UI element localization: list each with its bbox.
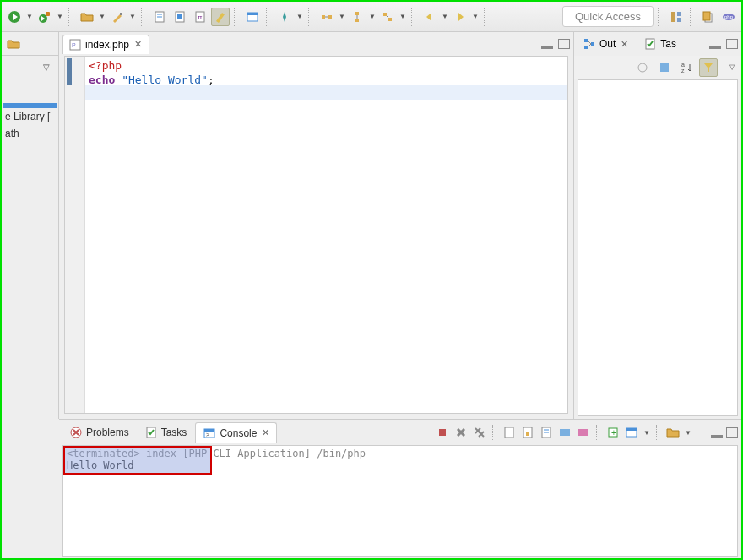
remove-all-button[interactable] bbox=[472, 425, 487, 440]
maximize-view-button[interactable] bbox=[726, 427, 738, 438]
clear-console-button[interactable] bbox=[502, 425, 517, 440]
pin-dropdown[interactable]: ▼ bbox=[296, 13, 304, 20]
pin-button[interactable] bbox=[275, 8, 294, 26]
maximize-view-button[interactable] bbox=[726, 39, 738, 49]
brush-button[interactable] bbox=[108, 8, 127, 26]
file-icon-3[interactable]: π bbox=[191, 8, 209, 26]
display-console-button[interactable] bbox=[624, 425, 639, 440]
svg-text:z: z bbox=[681, 68, 685, 73]
run-external-dropdown[interactable]: ▼ bbox=[56, 13, 64, 20]
editor-gutter bbox=[65, 57, 85, 413]
bottom-tabbar: Problems Tasks >_ Console ✕ + ▼ bbox=[59, 420, 741, 445]
close-tab-icon[interactable]: ✕ bbox=[262, 427, 269, 438]
svg-line-34 bbox=[588, 41, 591, 44]
folder-icon bbox=[7, 37, 20, 51]
struct-1-button[interactable] bbox=[317, 8, 336, 26]
struct-1-dropdown[interactable]: ▼ bbox=[338, 13, 346, 20]
highlight-toggle[interactable] bbox=[211, 8, 230, 26]
php-file-icon: P bbox=[68, 38, 82, 52]
scroll-lock-button[interactable] bbox=[520, 425, 535, 440]
terminate-button[interactable] bbox=[435, 425, 450, 440]
struct-3-button[interactable] bbox=[378, 8, 397, 26]
explorer-tabbar bbox=[2, 32, 58, 56]
remove-launch-button[interactable] bbox=[453, 425, 469, 440]
forward-dropdown[interactable]: ▼ bbox=[471, 13, 480, 20]
perspective-button-1[interactable] bbox=[667, 8, 686, 26]
svg-text:π: π bbox=[198, 14, 203, 21]
maximize-view-button[interactable] bbox=[558, 39, 570, 49]
outline-toolbar: az ▽ bbox=[574, 56, 741, 79]
run-button[interactable] bbox=[5, 8, 24, 26]
php-perspective-button[interactable]: php bbox=[719, 8, 738, 26]
run-dropdown[interactable]: ▼ bbox=[25, 13, 34, 20]
brush-dropdown[interactable]: ▼ bbox=[128, 13, 137, 20]
close-tab-icon[interactable]: ✕ bbox=[621, 39, 628, 50]
new-console-dropdown[interactable]: ▼ bbox=[684, 429, 692, 437]
word-wrap-button[interactable] bbox=[539, 425, 554, 440]
pin-console-button[interactable] bbox=[576, 425, 591, 440]
file-icon-1[interactable] bbox=[150, 8, 169, 26]
problems-icon bbox=[69, 426, 83, 439]
svg-line-35 bbox=[588, 44, 591, 47]
code-token: "Hello World" bbox=[122, 73, 208, 86]
problems-tab[interactable]: Problems bbox=[62, 422, 136, 443]
copy-button[interactable] bbox=[699, 8, 718, 26]
struct-2-dropdown[interactable]: ▼ bbox=[368, 13, 377, 20]
struct-3-dropdown[interactable]: ▼ bbox=[399, 13, 407, 20]
main-area: ▽ e Library [ ath P index.php ✕ <?php bbox=[2, 32, 741, 419]
forward-button[interactable] bbox=[451, 8, 469, 26]
console-body[interactable]: <terminated> index [PHP CLI Application]… bbox=[62, 445, 738, 557]
run-external-button[interactable] bbox=[35, 8, 54, 26]
outline-body[interactable] bbox=[578, 79, 738, 416]
tasks-tab-bottom[interactable]: Tasks bbox=[138, 422, 194, 443]
show-console-button[interactable] bbox=[557, 425, 572, 440]
svg-rect-66 bbox=[626, 428, 637, 431]
struct-2-button[interactable] bbox=[348, 8, 366, 26]
minimize-view-button[interactable] bbox=[709, 39, 721, 49]
outline-view-menu[interactable]: ▽ bbox=[728, 63, 736, 71]
open-console-button[interactable]: + bbox=[605, 425, 621, 440]
minimize-view-button[interactable] bbox=[711, 427, 723, 438]
console-status-line: <terminated> index [PHP CLI Application]… bbox=[67, 448, 734, 459]
gutter-marker bbox=[67, 58, 72, 85]
explorer-view-menu[interactable]: ▽ bbox=[43, 63, 50, 72]
svg-text:P: P bbox=[72, 42, 76, 48]
back-button[interactable] bbox=[420, 8, 439, 26]
svg-text:php: php bbox=[724, 14, 734, 19]
console-icon: >_ bbox=[203, 427, 216, 440]
back-dropdown[interactable]: ▼ bbox=[441, 13, 449, 20]
display-console-dropdown[interactable]: ▼ bbox=[643, 429, 651, 437]
minimize-view-button[interactable] bbox=[541, 39, 553, 49]
tasks-tab-label: Tasks bbox=[161, 427, 187, 438]
toolbar-separator bbox=[492, 425, 496, 440]
new-console-button[interactable] bbox=[665, 425, 681, 440]
outline-tool-2[interactable] bbox=[655, 58, 674, 77]
console-tab[interactable]: >_ Console ✕ bbox=[195, 422, 277, 443]
open-folder-dropdown[interactable]: ▼ bbox=[98, 13, 106, 20]
outline-tab[interactable]: Out ✕ bbox=[578, 35, 635, 53]
close-tab-icon[interactable]: ✕ bbox=[134, 39, 142, 50]
quick-access-field[interactable]: Quick Access bbox=[562, 6, 654, 27]
svg-rect-8 bbox=[177, 14, 182, 19]
svg-rect-62 bbox=[578, 429, 588, 436]
svg-rect-24 bbox=[677, 18, 681, 22]
outline-tool-1[interactable] bbox=[633, 58, 652, 77]
tasks-tab[interactable]: Tas bbox=[638, 35, 683, 53]
tree-item[interactable]: ath bbox=[3, 125, 57, 142]
editor-tab-index-php[interactable]: P index.php ✕ bbox=[62, 35, 149, 54]
svg-rect-16 bbox=[355, 12, 359, 15]
window-button[interactable] bbox=[243, 8, 262, 26]
code-editor[interactable]: <?php echo "Hello World"; bbox=[64, 56, 568, 414]
code-area[interactable]: <?php echo "Hello World"; bbox=[85, 57, 567, 413]
sort-az-button[interactable]: az bbox=[677, 58, 696, 77]
filter-button[interactable] bbox=[699, 58, 718, 77]
open-folder-button[interactable] bbox=[78, 8, 96, 26]
svg-rect-26 bbox=[703, 12, 710, 20]
tree-item[interactable]: e Library [ bbox=[3, 108, 57, 125]
svg-rect-12 bbox=[247, 13, 258, 15]
code-token: <?php bbox=[89, 59, 122, 72]
problems-tab-label: Problems bbox=[86, 427, 129, 438]
current-line-highlight bbox=[85, 85, 567, 100]
svg-text:a: a bbox=[681, 62, 685, 68]
file-icon-2[interactable] bbox=[171, 8, 189, 26]
